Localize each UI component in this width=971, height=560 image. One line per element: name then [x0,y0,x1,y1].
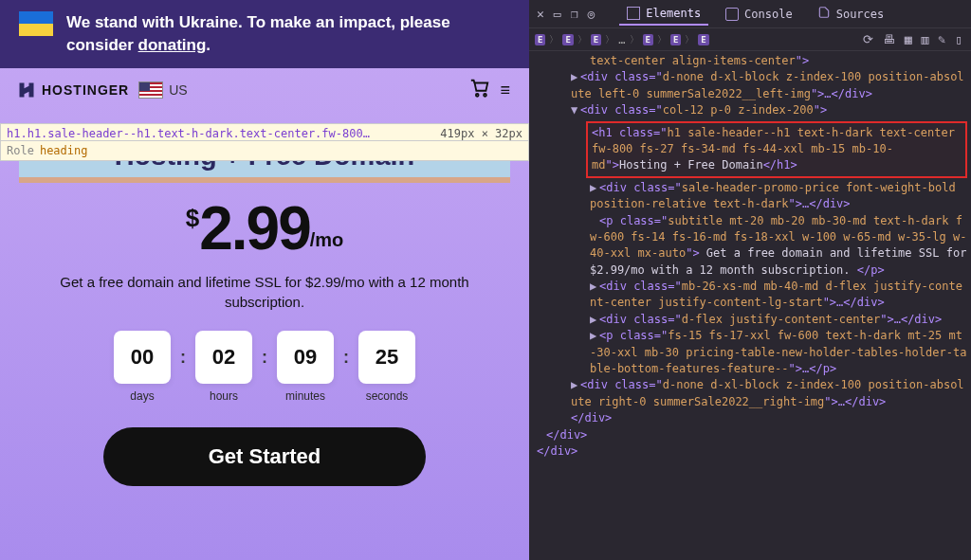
locale-selector[interactable]: US [138,81,187,99]
hero-subtitle: Get a free domain and lifetime SSL for $… [19,272,510,312]
tab-sources-label: Sources [836,8,885,21]
countdown-seconds: 25 seconds [358,331,415,403]
countdown-hours-label: hours [195,389,252,403]
tooltip-role-value: heading [40,144,88,157]
dom-row[interactable]: ▶<div class="d-flex justify-content-cent… [533,312,967,328]
breadcrumb-item[interactable]: E [591,34,601,45]
svg-point-1 [485,94,487,97]
dom-row[interactable]: ▶<div class="mb-26-xs-md mb-40-md d-flex… [533,279,967,312]
countdown-seconds-label: seconds [358,389,415,403]
dock-side-icon[interactable]: ▭ [554,7,561,21]
tool-edit-icon[interactable]: ✎ [935,32,948,46]
ukraine-banner: We stand with Ukraine. To make an impact… [0,0,529,68]
price-amount: 2.99 [199,198,310,259]
tab-elements-label: Elements [646,7,701,20]
us-flag-icon [138,81,163,99]
hostinger-icon [17,81,36,99]
price: $ 2.99 /mo [186,198,344,259]
dom-row[interactable]: text-center align-items-center"> [533,53,967,69]
tool-print-icon[interactable]: 🖶 [880,32,898,46]
countdown-days-label: days [114,389,171,403]
dom-row[interactable]: ▶<div class="sale-header-promo-price fon… [533,180,967,213]
cart-icon[interactable] [469,78,490,103]
countdown-minutes-value: 09 [277,331,334,384]
countdown-seconds-value: 25 [358,331,415,384]
price-suffix: /mo [310,229,344,251]
banner-text-1: We stand with Ukraine. To make an impact… [66,13,450,54]
tool-panel-icon[interactable]: ▯ [952,32,965,46]
sources-tab-icon [817,6,831,22]
countdown-minutes: 09 minutes [277,331,334,403]
countdown: 00 days : 02 hours : 09 minutes : 25 sec… [19,331,510,403]
svg-point-0 [476,94,479,97]
elements-tab-icon [627,7,640,20]
ukraine-flag-icon [19,11,53,36]
price-currency: $ [186,204,199,233]
tooltip-selector: h1.h1.sale-header--h1.text-h-dark.text-c… [7,127,436,140]
get-started-button[interactable]: Get Started [103,427,426,486]
console-tab-icon [725,8,739,21]
dom-tree[interactable]: text-center align-items-center"> ▶<div c… [529,51,971,560]
inspector-tooltip-row2: Role heading [0,140,529,161]
donate-link[interactable]: donating [138,36,207,54]
breadcrumb-item[interactable]: E [670,34,681,45]
countdown-days: 00 days [114,331,171,403]
breadcrumb-item[interactable]: E [698,34,708,45]
brand-logo[interactable]: HOSTINGER [17,81,129,99]
dom-row[interactable]: </div> [533,443,967,460]
breadcrumb-item[interactable]: … [618,33,625,46]
dock-overlay-icon[interactable]: ❐ [571,7,578,21]
tool-refresh-icon[interactable]: ⟳ [860,32,876,46]
tab-sources[interactable]: Sources [810,2,892,26]
breadcrumb-item[interactable]: E [535,34,545,45]
countdown-hours-value: 02 [195,331,252,384]
top-nav: HOSTINGER US ≡ [0,68,529,113]
tab-console[interactable]: Console [718,4,800,25]
devtools-toolbar: ✕ ▭ ❐ ◎ Elements Console Sources [529,0,971,28]
countdown-days-value: 00 [114,331,171,384]
dom-row[interactable]: ▼<div class="col-12 p-0 z-index-200"> [533,102,967,118]
tab-elements[interactable]: Elements [619,3,708,26]
dom-row-selected[interactable]: <h1 class="h1 sale-header--h1 text-h-dar… [586,121,967,178]
tool-grid-icon[interactable]: ▥ [919,32,932,46]
countdown-hours: 02 hours [195,331,252,403]
dom-row[interactable]: </div> [533,410,967,426]
website-pane: We stand with Ukraine. To make an impact… [0,0,529,560]
dom-row[interactable]: <p class="subtitle mt-20 mb-20 mb-30-md … [533,213,967,280]
dom-row[interactable]: </div> [533,427,967,443]
tool-view-icon[interactable]: ▦ [902,32,915,46]
countdown-sep: : [343,348,349,368]
devtools-pane: ✕ ▭ ❐ ◎ Elements Console Sources E〉 E〉 E… [529,0,971,560]
banner-text-2: . [206,36,211,54]
banner-text: We stand with Ukraine. To make an impact… [66,11,510,57]
devtools-breadcrumbs: E〉 E〉 E〉 …〉 E〉 E〉 E ⟳ 🖶 ▦ ▥ ✎ ▯ [529,28,971,51]
hamburger-icon[interactable]: ≡ [500,81,512,100]
tab-console-label: Console [744,8,793,21]
tooltip-role-label: Role [7,144,34,157]
countdown-sep: : [180,348,186,368]
countdown-minutes-label: minutes [277,389,334,403]
tooltip-dimensions: 419px × 32px [440,127,522,140]
dom-row[interactable]: ▶<div class="d-none d-xl-block z-index-1… [533,69,967,102]
brand-name: HOSTINGER [42,82,129,98]
inspect-icon[interactable]: ◎ [587,7,595,21]
hero: Hosting + Free Domain $ 2.99 /mo Get a f… [0,113,529,486]
breadcrumb-item[interactable]: E [643,34,653,45]
locale-label: US [169,82,187,98]
close-icon[interactable]: ✕ [537,7,544,21]
countdown-sep: : [262,348,267,368]
dom-row[interactable]: ▶<div class="d-none d-xl-block z-index-1… [533,377,967,410]
breadcrumb-item[interactable]: E [562,34,573,45]
dom-row[interactable]: ▶<p class="fs-15 fs-17-xxl fw-600 text-h… [533,328,967,377]
